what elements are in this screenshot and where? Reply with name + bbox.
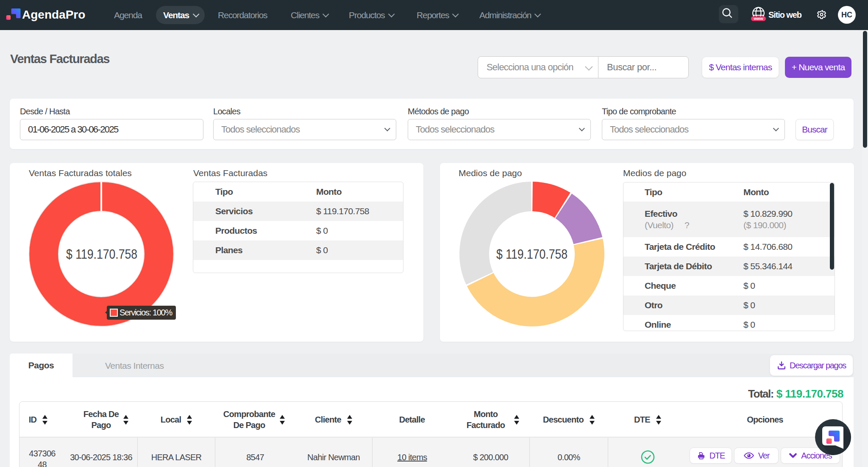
svg-text:$ 119.170.758: $ 119.170.758: [496, 246, 568, 262]
svg-text:www: www: [753, 16, 763, 21]
svg-text:$ 119.170.758: $ 119.170.758: [66, 246, 137, 262]
